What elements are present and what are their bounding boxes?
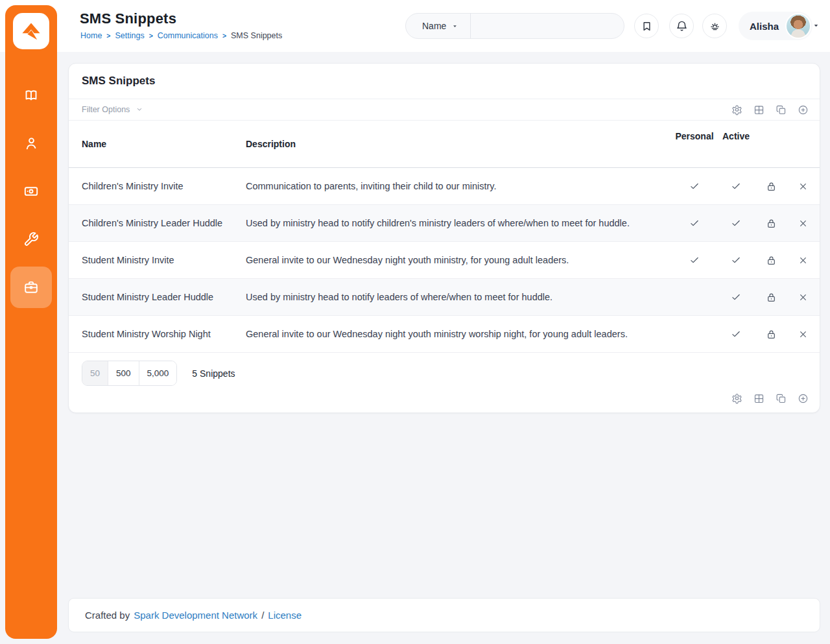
add-circle-icon: [798, 393, 809, 404]
cell-name: Children's Ministry Invite: [69, 168, 246, 204]
security-button[interactable]: [766, 181, 777, 192]
column-header-name[interactable]: Name: [69, 139, 246, 149]
column-header-description[interactable]: Description: [246, 139, 673, 149]
column-header-personal[interactable]: Personal: [673, 131, 716, 141]
user-caret-down-icon[interactable]: [812, 21, 820, 30]
close-icon: [798, 218, 809, 229]
app-logo[interactable]: [13, 13, 49, 49]
personal-check-icon: [689, 180, 700, 192]
footer-link-license[interactable]: License: [268, 610, 302, 621]
briefcase-icon: [23, 280, 39, 295]
grid-copy-button[interactable]: [776, 104, 787, 115]
cell-delete: [786, 316, 820, 352]
sidebar-item-finance[interactable]: [10, 171, 52, 212]
active-check-icon: [730, 180, 742, 192]
lock-icon: [766, 255, 777, 266]
bookmarks-button[interactable]: [634, 14, 659, 38]
breadcrumb-item[interactable]: Communications: [158, 31, 218, 40]
grid-columns-button[interactable]: [753, 393, 765, 404]
caret-down-icon: [451, 23, 458, 30]
breadcrumb-item[interactable]: Settings: [115, 31, 144, 40]
cell-personal: [673, 279, 716, 315]
grid-add-button[interactable]: [798, 393, 809, 404]
cell-delete: [786, 242, 820, 278]
user-menu[interactable]: Alisha: [739, 12, 812, 40]
add-circle-icon: [798, 104, 809, 115]
table-row[interactable]: Children's Ministry Leader Huddle Used b…: [69, 204, 820, 241]
cell-personal: [673, 316, 716, 352]
delete-button[interactable]: [798, 181, 809, 192]
security-button[interactable]: [766, 218, 777, 229]
cell-security: [756, 316, 786, 352]
security-button[interactable]: [766, 255, 777, 266]
grid-settings-button[interactable]: [731, 393, 742, 404]
panel-bottom-row: [69, 386, 820, 412]
row-count-label: 5 Snippets: [192, 368, 235, 379]
table-row[interactable]: Student Ministry Leader Huddle Used by m…: [69, 278, 820, 315]
sidebar-item-tools[interactable]: [10, 219, 52, 260]
grid-add-button[interactable]: [798, 104, 809, 115]
sidebar-item-people[interactable]: [10, 123, 52, 164]
cell-active: [716, 168, 756, 204]
page-size-group: 505005,000: [82, 361, 177, 386]
close-icon: [798, 329, 809, 340]
delete-button[interactable]: [798, 329, 809, 340]
breadcrumb-item[interactable]: Home: [80, 31, 102, 40]
grid-settings-button[interactable]: [731, 104, 742, 115]
panel-title: SMS Snippets: [82, 75, 155, 88]
delete-button[interactable]: [798, 292, 809, 303]
sms-snippets-panel: SMS Snippets Filter Options Name Descrip…: [68, 63, 820, 413]
filter-options-toggle[interactable]: Filter Options: [82, 105, 143, 114]
column-header-active[interactable]: Active: [716, 131, 756, 141]
page-size-button[interactable]: 500: [108, 361, 139, 385]
grid-columns-button[interactable]: [753, 104, 765, 115]
grid-body: Children's Ministry Invite Communication…: [69, 168, 820, 352]
grid-pagination: 505005,000 5 Snippets: [69, 352, 820, 386]
notifications-button[interactable]: [669, 14, 694, 38]
lock-icon: [766, 218, 777, 229]
cell-security: [756, 242, 786, 278]
page-size-button[interactable]: 50: [82, 361, 108, 385]
cell-personal: [673, 168, 716, 204]
close-icon: [798, 292, 809, 303]
search-input[interactable]: [471, 14, 624, 38]
chevron-down-icon: [136, 106, 143, 113]
page-size-button[interactable]: 5,000: [139, 361, 177, 385]
delete-button[interactable]: [798, 255, 809, 266]
cell-active: [716, 279, 756, 315]
filter-row: Filter Options: [69, 99, 820, 121]
breadcrumb-separator: >: [222, 32, 226, 40]
footer-separator: /: [261, 610, 264, 621]
security-button[interactable]: [766, 292, 777, 303]
cell-delete: [786, 168, 820, 204]
page: SMS Snippets Home>Settings>Communication…: [0, 0, 830, 644]
sidebar-item-library[interactable]: [10, 75, 52, 116]
bell-icon: [676, 20, 688, 32]
cell-active: [716, 205, 756, 241]
user-name: Alisha: [750, 21, 779, 32]
delete-button[interactable]: [798, 218, 809, 229]
cell-name: Student Ministry Invite: [69, 242, 246, 278]
table-row[interactable]: Children's Ministry Invite Communication…: [69, 168, 820, 204]
footer-link-spark[interactable]: Spark Development Network: [134, 610, 257, 621]
wrench-icon: [23, 232, 39, 247]
table-row[interactable]: Student Ministry Invite General invite t…: [69, 241, 820, 278]
cell-active: [716, 316, 756, 352]
cell-description: Used by ministry head to notify leaders …: [246, 279, 673, 315]
search-scope-dropdown[interactable]: Name: [406, 14, 470, 38]
copy-icon: [776, 104, 787, 115]
table-row[interactable]: Student Ministry Worship Night General i…: [69, 315, 820, 352]
cell-name: Student Ministry Leader Huddle: [69, 279, 246, 315]
grid-copy-button[interactable]: [776, 393, 787, 404]
sidebar-item-work-active[interactable]: [10, 267, 52, 308]
copy-icon: [776, 393, 787, 404]
breadcrumb: Home>Settings>Communications>SMS Snippet…: [80, 31, 282, 40]
table-columns-icon: [753, 393, 765, 404]
security-button[interactable]: [766, 329, 777, 340]
cell-description: Communication to parents, inviting their…: [246, 168, 673, 204]
grid-header: Name Description Personal Active: [69, 121, 820, 168]
banknote-icon: [23, 184, 39, 199]
cell-description: General invite to our Wednesday night yo…: [246, 316, 673, 352]
filter-options-label: Filter Options: [82, 105, 130, 114]
theme-toggle-button[interactable]: [702, 14, 727, 38]
